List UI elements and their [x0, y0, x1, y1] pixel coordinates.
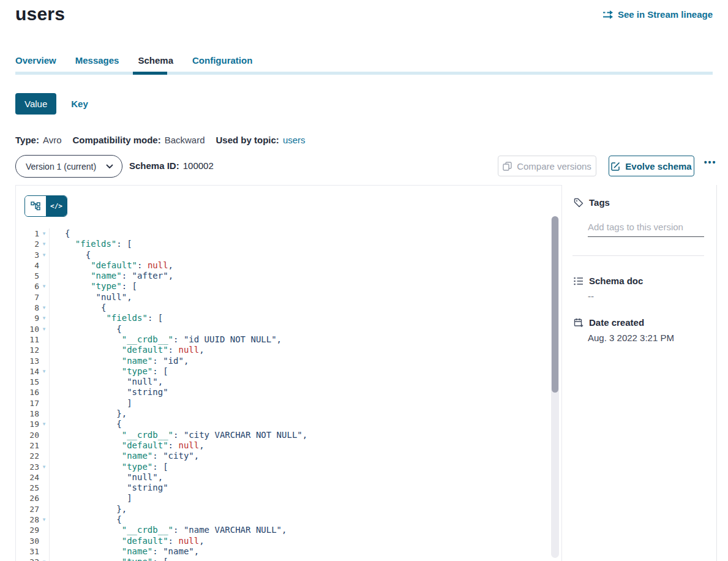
- line-number: 6: [16, 281, 39, 292]
- code-text: "name": "city",: [50, 451, 199, 461]
- code-text: {: [50, 228, 70, 239]
- fold-toggle-icon[interactable]: ▾: [39, 250, 50, 260]
- tab-schema[interactable]: Schema: [138, 55, 173, 66]
- tab-overview[interactable]: Overview: [15, 55, 56, 66]
- used-by-topic-link[interactable]: users: [283, 135, 306, 145]
- code-text: "__crdb__": "name VARCHAR NULL",: [50, 525, 287, 535]
- fold-toggle-icon[interactable]: ▾: [39, 557, 50, 561]
- fold-toggle-icon[interactable]: ▾: [39, 419, 50, 429]
- code-text: {: [50, 324, 122, 334]
- value-toggle-button[interactable]: Value: [15, 93, 56, 115]
- used-by-topic-label: Used by topic:: [216, 135, 279, 145]
- date-created-section-header: Date created: [574, 317, 644, 328]
- fold-gutter: [39, 345, 50, 355]
- code-text: ]: [50, 493, 132, 503]
- fold-gutter: [39, 504, 50, 514]
- code-line: 22 "name": "city",: [16, 451, 549, 461]
- line-number: 5: [16, 271, 39, 281]
- code-text: "type": [: [50, 462, 168, 472]
- line-number: 12: [16, 345, 39, 355]
- evolve-schema-label: Evolve schema: [625, 161, 691, 171]
- schema-doc-section-header: Schema doc: [574, 276, 643, 286]
- line-number: 28: [16, 514, 39, 525]
- evolve-schema-icon: [611, 162, 620, 171]
- schema-doc-title: Schema doc: [589, 276, 643, 286]
- stream-lineage-link[interactable]: See in Stream lineage: [602, 9, 713, 20]
- line-number: 7: [16, 292, 39, 303]
- fold-gutter: [39, 536, 50, 546]
- code-line: 12 "default": null,: [16, 345, 549, 355]
- compare-versions-button[interactable]: Compare versions: [498, 156, 596, 176]
- code-line: 11 "__crdb__": "id UUID NOT NULL",: [16, 334, 549, 345]
- code-line: 24 "null",: [16, 472, 549, 483]
- fold-toggle-icon[interactable]: ▾: [39, 462, 50, 472]
- fold-gutter: [39, 409, 50, 419]
- fold-toggle-icon[interactable]: ▾: [39, 228, 50, 239]
- line-number: 20: [16, 430, 39, 440]
- code-line: 29 "__crdb__": "name VARCHAR NULL",: [16, 525, 549, 535]
- line-number: 22: [16, 451, 39, 461]
- code-text: {: [50, 250, 91, 260]
- schema-id-value: 100002: [183, 160, 214, 171]
- tree-view-icon: [31, 201, 40, 211]
- stream-lineage-label: See in Stream lineage: [618, 9, 713, 20]
- fold-gutter: [39, 451, 50, 461]
- code-view-icon: </>: [50, 202, 62, 210]
- code-text: "__crdb__": "city VARCHAR NOT NULL",: [50, 430, 307, 440]
- more-actions-button[interactable]: •••: [700, 154, 720, 171]
- line-number: 18: [16, 409, 39, 419]
- fold-gutter: [39, 440, 50, 451]
- schema-doc-value: --: [588, 291, 594, 301]
- fold-gutter: [39, 356, 50, 366]
- date-created-value: Aug. 3 2022 3:21 PM: [588, 333, 674, 343]
- code-lines[interactable]: 1▾{2▾ "fields": [3▾ {4 "default": null,5…: [16, 228, 549, 561]
- tab-configuration[interactable]: Configuration: [192, 55, 252, 66]
- add-tags-input[interactable]: [588, 219, 704, 237]
- code-line: 25 "string": [16, 483, 549, 493]
- tree-view-button[interactable]: [25, 196, 46, 216]
- type-label: Type:: [15, 135, 39, 145]
- fold-toggle-icon[interactable]: ▾: [39, 324, 50, 334]
- fold-toggle-icon[interactable]: ▾: [39, 239, 50, 249]
- fold-toggle-icon[interactable]: ▾: [39, 281, 50, 292]
- code-line: 30 "default": null,: [16, 536, 549, 546]
- version-select[interactable]: Version 1 (current): [15, 155, 122, 178]
- code-text: "null",: [50, 292, 132, 303]
- code-line: 23▾ "type": [: [16, 462, 549, 472]
- evolve-schema-button[interactable]: Evolve schema: [609, 156, 694, 176]
- fold-gutter: [39, 472, 50, 483]
- code-line: 28▾ {: [16, 514, 549, 525]
- schema-id: Schema ID: 100002: [129, 160, 214, 171]
- fold-toggle-icon[interactable]: ▾: [39, 313, 50, 323]
- line-number: 9: [16, 313, 39, 323]
- code-text: "fields": [: [50, 239, 132, 249]
- fold-toggle-icon[interactable]: ▾: [39, 514, 50, 525]
- tab-bar: Overview Messages Schema Configuration: [15, 55, 252, 66]
- line-number: 11: [16, 334, 39, 345]
- fold-toggle-icon[interactable]: ▾: [39, 303, 50, 313]
- code-line: 5 "name": "after",: [16, 271, 549, 281]
- code-view-button[interactable]: </>: [46, 196, 67, 216]
- code-text: "default": null,: [50, 440, 205, 451]
- fold-gutter: [39, 334, 50, 345]
- tags-section-header: Tags: [574, 197, 610, 208]
- editor-scrollbar-thumb[interactable]: [552, 216, 558, 393]
- chevron-down-icon: [106, 164, 113, 169]
- fold-gutter: [39, 292, 50, 303]
- line-number: 26: [16, 493, 39, 503]
- editor-view-toggle: </>: [24, 195, 67, 217]
- tag-icon: [574, 198, 584, 208]
- tab-messages[interactable]: Messages: [75, 55, 119, 66]
- code-line: 2▾ "fields": [: [16, 239, 549, 249]
- line-number: 27: [16, 504, 39, 514]
- schema-meta-row: Type: Avro Compatibility mode: Backward …: [15, 135, 306, 145]
- key-toggle-button[interactable]: Key: [71, 99, 88, 109]
- code-line: 7 "null",: [16, 292, 549, 303]
- code-text: {: [50, 303, 106, 313]
- line-number: 14: [16, 366, 39, 377]
- fold-toggle-icon[interactable]: ▾: [39, 366, 50, 377]
- editor-scrollbar[interactable]: [551, 216, 559, 558]
- code-line: 3▾ {: [16, 250, 549, 260]
- line-number: 29: [16, 525, 39, 535]
- schema-editor-panel: </> 1▾{2▾ "fields": [3▾ {4 "default": nu…: [15, 185, 562, 561]
